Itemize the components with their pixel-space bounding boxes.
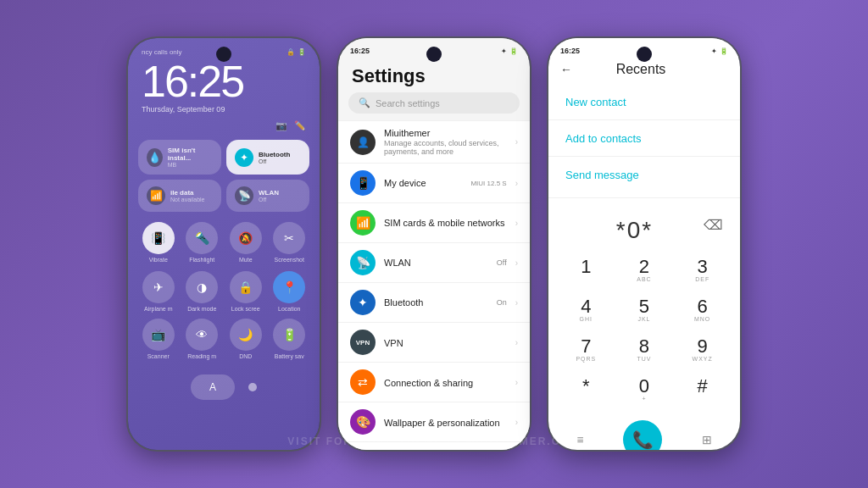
settings-item-lockscreen[interactable]: 🔒 Always-on display & Lock screen › [338, 442, 530, 450]
cc-scanner-btn[interactable]: 📺 [142, 319, 175, 351]
settings-vpn-chevron: › [515, 338, 518, 347]
settings-item-account[interactable]: 👤 Miuithemer Manage accounts, cloud serv… [338, 120, 530, 164]
settings-sim-title: SIM cards & mobile networks [384, 218, 507, 228]
cc-vibrate-btn[interactable]: 📳 [142, 222, 175, 254]
cc-location-btn[interactable]: 📍 [273, 271, 305, 303]
dialer-keypad-button[interactable]: ⊞ [702, 433, 712, 446]
dialer-key-0[interactable]: 0 + [615, 370, 674, 410]
dialer-page-title: Recents [579, 62, 703, 77]
dialer-key-6-num: 6 [698, 297, 708, 316]
cc-location-label: Location [278, 306, 300, 312]
dialer-key-4-letters: GHI [580, 316, 593, 324]
settings-item-vpn[interactable]: VPN VPN › [338, 323, 530, 363]
dialer-key-4[interactable]: 4 GHI [557, 291, 615, 330]
settings-page-title: Settings [338, 58, 530, 92]
dialer-recent-send-message[interactable]: Send message [548, 160, 740, 189]
dialer-recents-list: New contact Add to contacts Send message [548, 84, 740, 192]
settings-account-sub: Manage accounts, cloud services, payment… [384, 139, 507, 156]
cc-circle-darkmode[interactable]: ◑ Dark mode [184, 271, 221, 312]
dialer-key-5[interactable]: 5 JKL [615, 291, 674, 330]
cc-lockscreen-btn[interactable]: 🔒 [230, 271, 262, 303]
cc-circle-location[interactable]: 📍 Location [271, 271, 309, 312]
settings-wallpaper-title: Wallpaper & personalization [384, 418, 500, 428]
cc-signal-icon: 🔋 [298, 48, 306, 56]
settings-item-connection[interactable]: ⇄ Connection & sharing › [338, 363, 530, 402]
dialer-key-hash[interactable]: # [673, 370, 732, 410]
dialer-status-time: 16:25 [560, 47, 580, 55]
cc-assistant-btn[interactable]: A [191, 374, 235, 400]
cc-wlan-text: WLAN Off [259, 189, 279, 202]
dialer-recent-add-contacts[interactable]: Add to contacts [548, 124, 740, 152]
dialer-divider-2 [548, 156, 740, 157]
cc-reading-btn[interactable]: 👁 [186, 319, 218, 351]
dialer-recent-new-contact[interactable]: New contact [548, 87, 740, 116]
settings-vpn-icon: VPN [350, 330, 376, 355]
cc-mute-label: Mute [239, 257, 253, 263]
cc-circle-battery[interactable]: 🔋 Battery sav [271, 319, 309, 359]
dialer-backspace-button[interactable]: ⌫ [704, 217, 723, 233]
dialer-menu-button[interactable]: ≡ [576, 433, 583, 446]
settings-wlan-value: Off [497, 258, 507, 267]
cc-airplane-btn[interactable]: ✈ [142, 271, 175, 303]
dialer-key-6[interactable]: 6 MNO [673, 291, 732, 330]
dialer-key-3-num: 3 [698, 258, 708, 276]
cc-lockscreen-label: Lock scree [231, 306, 260, 312]
settings-search-bar[interactable]: 🔍 Search settings [348, 92, 520, 114]
dialer-status-right: ✦ 🔋 [711, 47, 728, 55]
cc-sim-text: SIM isn't instal... MB [168, 147, 213, 168]
settings-item-bluetooth[interactable]: ✦ Bluetooth On › [338, 283, 530, 323]
dialer-key-7-num: 7 [581, 337, 591, 356]
cc-darkmode-label: Dark mode [187, 306, 216, 312]
cc-edit-icon[interactable]: ✏️ [294, 120, 306, 131]
dialer-call-button[interactable]: 📞 [623, 420, 662, 450]
dialer-key-star-num: * [582, 377, 590, 396]
phone-control-center: ncy calls only 🔒 🔋 16:25 Thursday, Septe… [126, 36, 321, 452]
dialer-header: ← Recents [548, 58, 740, 84]
cc-mute-btn[interactable]: 🔕 [230, 222, 262, 254]
cc-battery-btn[interactable]: 🔋 [273, 319, 305, 351]
cc-flashlight-btn[interactable]: 🔦 [186, 222, 218, 254]
dialer-key-3[interactable]: 3 DEF [673, 251, 732, 291]
settings-device-icon: 📱 [350, 170, 376, 196]
cc-tile-bluetooth[interactable]: ✦ Bluetooth Off [226, 140, 309, 175]
cc-circle-reading[interactable]: 👁 Reading m [184, 319, 221, 359]
dialer-key-7[interactable]: 7 PQRS [557, 330, 615, 370]
dialer-key-9[interactable]: 9 WXYZ [673, 330, 732, 370]
settings-item-wallpaper[interactable]: 🎨 Wallpaper & personalization › [338, 402, 530, 442]
cc-circle-mute[interactable]: 🔕 Mute [227, 222, 264, 263]
cc-circle-vibrate[interactable]: 📳 Vibrate [140, 222, 177, 263]
cc-tile-wlan[interactable]: 📡 WLAN Off [226, 180, 309, 212]
settings-bt-icon: ✦ [501, 47, 507, 55]
cc-circle-dnd[interactable]: 🌙 DND [227, 319, 264, 359]
settings-bt-content: Bluetooth On [384, 297, 507, 308]
dialer-key-8[interactable]: 8 TUV [615, 330, 674, 370]
dialer-key-star[interactable]: * [557, 370, 615, 410]
dialer-key-1[interactable]: 1 [557, 251, 615, 291]
cc-tile-data[interactable]: 📶 ile data Not available [138, 180, 221, 212]
cc-circle-screenshot[interactable]: ✂ Screenshot [271, 222, 309, 263]
settings-bt-chevron: › [515, 298, 518, 308]
cc-circle-lockscreen[interactable]: 🔒 Lock scree [227, 271, 264, 312]
settings-item-wlan[interactable]: 📡 WLAN Off › [338, 243, 530, 283]
cc-circle-flashlight[interactable]: 🔦 Flashlight [184, 222, 221, 263]
cc-reading-label: Reading m [187, 353, 216, 359]
dialer-key-4-num: 4 [581, 297, 591, 316]
dialer-key-2[interactable]: 2 ABC [615, 251, 674, 291]
cc-circle-scanner[interactable]: 📺 Scanner [140, 319, 177, 359]
cc-screenshot-btn[interactable]: ✂ [273, 222, 305, 254]
cc-camera-icon[interactable]: 📷 [275, 120, 287, 131]
settings-status-right: ✦ 🔋 [501, 47, 518, 55]
settings-connection-content: Connection & sharing [384, 374, 507, 390]
settings-connection-icon: ⇄ [350, 369, 376, 395]
dialer-back-button[interactable]: ← [560, 63, 572, 76]
cc-dnd-btn[interactable]: 🌙 [230, 319, 262, 351]
settings-items-list: 👤 Miuithemer Manage accounts, cloud serv… [338, 120, 530, 450]
cc-darkmode-btn[interactable]: ◑ [186, 271, 218, 303]
settings-item-device[interactable]: 📱 My device MIUI 12.5 S › [338, 164, 530, 203]
cc-circle-airplane[interactable]: ✈ Airplane m [140, 271, 177, 312]
dialer-key-9-letters: WXYZ [693, 356, 713, 363]
cc-tile-sim[interactable]: 💧 SIM isn't instal... MB [138, 140, 221, 175]
cc-data-icon: 📶 [147, 186, 165, 205]
settings-item-sim[interactable]: 📶 SIM cards & mobile networks › [338, 203, 530, 243]
settings-lock-content: Always-on display & Lock screen [384, 449, 507, 450]
